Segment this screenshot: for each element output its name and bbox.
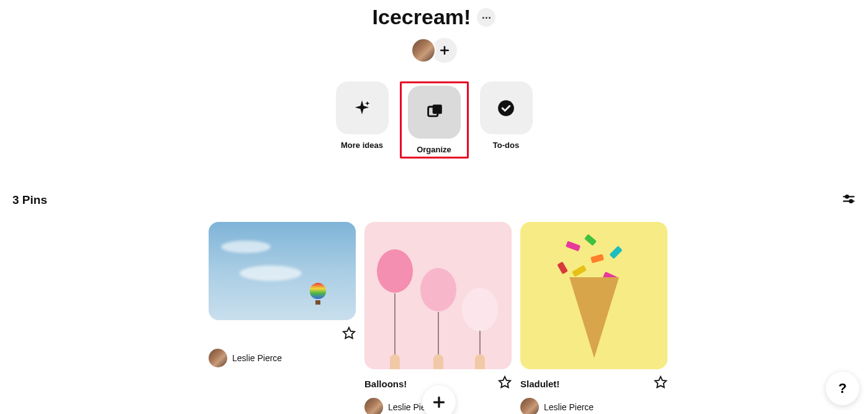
pin-image xyxy=(209,222,356,320)
svg-marker-11 xyxy=(655,377,666,387)
board-options-button[interactable]: … xyxy=(477,8,495,27)
author-avatar xyxy=(364,398,383,414)
more-ideas-action[interactable]: More ideas xyxy=(332,81,392,159)
board-title: Icecream! xyxy=(373,5,471,29)
pin-image xyxy=(520,222,667,369)
add-pin-fab[interactable] xyxy=(422,385,456,414)
pin-author[interactable]: Leslie Pierce xyxy=(520,398,667,414)
star-icon xyxy=(498,375,512,389)
author-name: Leslie Pierce xyxy=(232,353,282,363)
svg-rect-3 xyxy=(433,104,442,114)
pin-author[interactable]: Leslie Pierce xyxy=(209,349,356,367)
hot-air-balloon-graphic xyxy=(310,283,326,299)
svg-point-8 xyxy=(849,200,852,203)
sliders-icon xyxy=(842,192,856,206)
pin-title: Sladulet! xyxy=(520,379,559,389)
favorite-button[interactable] xyxy=(498,375,512,392)
pins-grid: Leslie Pierce Balloons! Leslie Pierce xyxy=(0,208,868,414)
pins-count: 3 Pins xyxy=(12,193,47,207)
svg-marker-9 xyxy=(343,328,355,338)
owner-avatar[interactable] xyxy=(411,38,436,63)
organize-icon xyxy=(425,104,443,121)
svg-point-4 xyxy=(498,100,514,116)
todos-label: To-dos xyxy=(493,140,519,150)
pins-bar: 3 Pins xyxy=(0,192,868,208)
author-avatar xyxy=(520,398,539,414)
add-collaborator-button[interactable] xyxy=(432,38,457,63)
question-icon: ? xyxy=(838,380,846,397)
pin-titlebar xyxy=(209,326,356,343)
organize-label: Organize xyxy=(417,145,451,154)
organize-highlight: Organize xyxy=(400,81,469,159)
author-avatar xyxy=(209,349,227,367)
check-circle-icon xyxy=(497,99,515,117)
title-row: Icecream! … xyxy=(0,5,868,29)
svg-marker-10 xyxy=(499,377,510,387)
todos-action[interactable]: To-dos xyxy=(476,81,536,159)
pin-image xyxy=(364,222,512,369)
collaborators-row xyxy=(0,38,868,63)
star-icon xyxy=(342,326,356,340)
more-ideas-label: More ideas xyxy=(341,140,383,150)
filter-button[interactable] xyxy=(842,192,856,208)
author-name: Leslie Pierce xyxy=(544,402,594,412)
dots-icon: … xyxy=(481,11,491,21)
plus-icon xyxy=(438,44,451,57)
pin-card[interactable]: Sladulet! Leslie Pierce xyxy=(520,222,667,414)
board-header: Icecream! … More ideas xyxy=(0,0,868,159)
favorite-button[interactable] xyxy=(342,326,356,343)
organize-action[interactable]: Organize xyxy=(404,86,464,154)
pin-titlebar: Sladulet! xyxy=(520,375,667,392)
favorite-button[interactable] xyxy=(654,375,667,392)
svg-point-6 xyxy=(846,195,849,198)
board-action-row: More ideas Organize To-dos xyxy=(0,81,868,159)
sparkle-icon xyxy=(353,99,371,117)
plus-icon xyxy=(431,394,447,410)
pin-title: Balloons! xyxy=(364,379,407,389)
star-icon xyxy=(654,375,667,389)
help-fab[interactable]: ? xyxy=(826,372,859,405)
pin-card[interactable]: Leslie Pierce xyxy=(209,222,356,367)
